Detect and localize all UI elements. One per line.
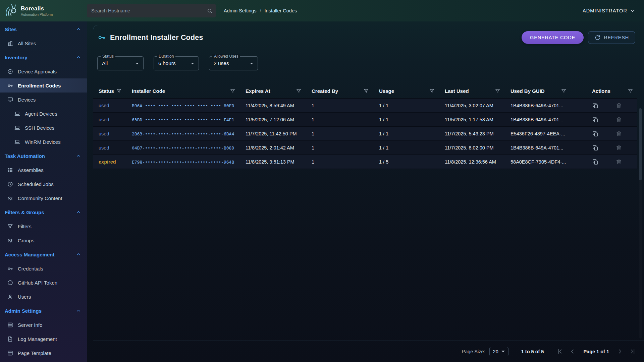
- sidebar-item-filters[interactable]: Filters: [0, 219, 87, 233]
- status-filter-select[interactable]: Status All: [97, 56, 144, 70]
- sidebar-section-sites[interactable]: Sites: [0, 22, 87, 36]
- sidebar-item-log-management[interactable]: Log Management: [0, 332, 87, 346]
- sidebar-item-community-content[interactable]: Community Content: [0, 191, 87, 205]
- previous-page-icon[interactable]: [569, 348, 576, 355]
- sidebar-section-access-management[interactable]: Access Management: [0, 247, 87, 261]
- copy-icon[interactable]: [592, 130, 599, 137]
- sidebar-item-credentials[interactable]: Credentials: [0, 261, 87, 276]
- table-row[interactable]: used2B63-••••-••••-••••-••••-••••-••••-6…: [93, 127, 637, 141]
- breadcrumb-admin-settings[interactable]: Admin Settings: [224, 8, 257, 13]
- chevron-up-icon: [75, 251, 82, 257]
- sidebar-item-ssh-devices[interactable]: SSH Devices: [0, 121, 87, 135]
- sidebar-section-admin-settings[interactable]: Admin Settings: [0, 304, 87, 318]
- page-size-select[interactable]: 20: [489, 347, 508, 356]
- building-icon: [7, 40, 13, 47]
- copy-icon[interactable]: [592, 102, 599, 109]
- copy-icon[interactable]: [592, 144, 599, 151]
- sidebar-item-device-approvals[interactable]: Device Approvals: [0, 64, 87, 78]
- usage: 1 / 1: [379, 117, 445, 122]
- sidebar-section-filters-groups[interactable]: Filters & Groups: [0, 205, 87, 219]
- breadcrumb-installer-codes[interactable]: Installer Codes: [265, 8, 297, 13]
- page-header: Enrollment Installer Codes GENERATE CODE…: [93, 25, 644, 44]
- person-icon: [7, 294, 13, 300]
- installer-code[interactable]: E798-••••-••••-••••-••••-••••-••••-964B: [132, 160, 234, 165]
- scrollbar-thumb[interactable]: [639, 108, 642, 180]
- search-input[interactable]: [87, 4, 207, 17]
- column-header-created-by[interactable]: Created By: [312, 88, 379, 94]
- sidebar-item-devices[interactable]: Devices: [0, 93, 87, 107]
- sidebar-item-scheduled-jobs[interactable]: Scheduled Jobs: [0, 177, 87, 191]
- key-icon: [97, 33, 106, 42]
- copy-icon[interactable]: [592, 159, 599, 165]
- section-title: Sites: [5, 26, 17, 32]
- sidebar-item-assemblies[interactable]: Assemblies: [0, 163, 87, 177]
- sidebar-item-label: Server Info: [18, 322, 42, 328]
- filter-icon[interactable]: [363, 88, 369, 94]
- brand[interactable]: Borealis Automation Platform: [0, 3, 87, 18]
- delete-icon[interactable]: [615, 116, 622, 123]
- filter-icon[interactable]: [561, 88, 567, 94]
- installer-code[interactable]: 04B7-••••-••••-••••-••••-••••-••••-B08D: [132, 145, 234, 150]
- column-header-last-used[interactable]: Last Used: [445, 88, 511, 94]
- brand-name: Borealis: [21, 5, 53, 12]
- laptop-icon: [14, 111, 20, 117]
- filter-icon[interactable]: [230, 88, 235, 94]
- search-icon[interactable]: [207, 8, 213, 14]
- installer-code[interactable]: 63BD-••••-••••-••••-••••-••••-••••-F4E1: [132, 117, 234, 122]
- sidebar-section-task-automation[interactable]: Task Automation: [0, 149, 87, 163]
- filter-icon[interactable]: [495, 88, 500, 94]
- search-box[interactable]: [87, 4, 216, 17]
- first-page-icon[interactable]: [556, 348, 564, 355]
- funnel-icon: [7, 223, 13, 230]
- sidebar-item-github-api-token[interactable]: GitHub API Token: [0, 276, 87, 290]
- installer-code[interactable]: B96A-••••-••••-••••-••••-••••-••••-80FD: [132, 103, 234, 108]
- column-header-expires-at[interactable]: Expires At: [246, 88, 312, 94]
- used-by-guid: E5436F26-4897-4EEA-...: [511, 131, 577, 136]
- table-scrollbar[interactable]: [639, 108, 642, 339]
- column-header-used-by-guid[interactable]: Used By GUID: [511, 88, 577, 94]
- last-page-icon[interactable]: [629, 348, 636, 355]
- sidebar-item-all-sites[interactable]: All Sites: [0, 36, 87, 50]
- column-header-usage[interactable]: Usage: [379, 88, 445, 94]
- expires-at: 11/4/2025, 8:59:49 AM: [246, 103, 312, 108]
- delete-icon[interactable]: [615, 130, 622, 137]
- refresh-button[interactable]: REFRESH: [588, 31, 635, 44]
- installer-code[interactable]: 2B63-••••-••••-••••-••••-••••-••••-6BA4: [132, 131, 234, 136]
- allowed-uses-filter-value: 2 uses: [214, 60, 229, 66]
- borealis-logo-icon: [3, 3, 18, 18]
- sidebar-item-groups[interactable]: Groups: [0, 233, 87, 247]
- copy-icon[interactable]: [592, 116, 599, 123]
- filter-icon[interactable]: [296, 88, 302, 94]
- column-header-actions[interactable]: Actions: [577, 88, 637, 94]
- sidebar-item-server-info[interactable]: Server Info: [0, 318, 87, 332]
- generate-code-button[interactable]: GENERATE CODE: [522, 31, 584, 44]
- allowed-uses-filter-select[interactable]: Allowed Uses 2 uses: [209, 56, 258, 70]
- sidebar-item-winrm-devices[interactable]: WinRM Devices: [0, 135, 87, 149]
- sidebar-item-page-template[interactable]: Page Template: [0, 346, 87, 360]
- chevron-down-icon: [629, 7, 636, 14]
- table-row[interactable]: used04B7-••••-••••-••••-••••-••••-••••-B…: [93, 141, 637, 155]
- sidebar-item-label: Log Management: [18, 336, 57, 342]
- delete-icon[interactable]: [615, 159, 622, 165]
- delete-icon[interactable]: [615, 102, 622, 109]
- key-icon: [7, 82, 13, 89]
- sidebar-section-inventory[interactable]: Inventory: [0, 50, 87, 64]
- user-menu[interactable]: ADMINISTRATOR: [583, 7, 636, 14]
- column-header-status[interactable]: Status: [99, 88, 132, 94]
- filter-icon[interactable]: [116, 88, 122, 94]
- table-row[interactable]: used63BD-••••-••••-••••-••••-••••-••••-F…: [93, 113, 637, 127]
- duration-filter-select[interactable]: Duration 6 hours: [154, 56, 199, 70]
- filter-icon[interactable]: [628, 88, 633, 94]
- sidebar-item-enrollment-codes[interactable]: Enrollment Codes: [0, 78, 87, 93]
- sidebar-item-agent-devices[interactable]: Agent Devices: [0, 107, 87, 121]
- created-by: 1: [312, 145, 379, 150]
- table-row[interactable]: expiredE798-••••-••••-••••-••••-••••-•••…: [93, 155, 637, 169]
- delete-icon[interactable]: [615, 144, 622, 151]
- filters-row: Status All Duration 6 hours Allowed Uses…: [97, 56, 644, 70]
- column-header-installer-code[interactable]: Installer Code: [132, 88, 246, 94]
- table-row[interactable]: usedB96A-••••-••••-••••-••••-••••-••••-8…: [93, 99, 637, 113]
- filter-icon[interactable]: [429, 88, 435, 94]
- sidebar-item-users[interactable]: Users: [0, 290, 87, 304]
- breadcrumb: Admin Settings / Installer Codes: [224, 8, 297, 13]
- next-page-icon[interactable]: [616, 348, 624, 355]
